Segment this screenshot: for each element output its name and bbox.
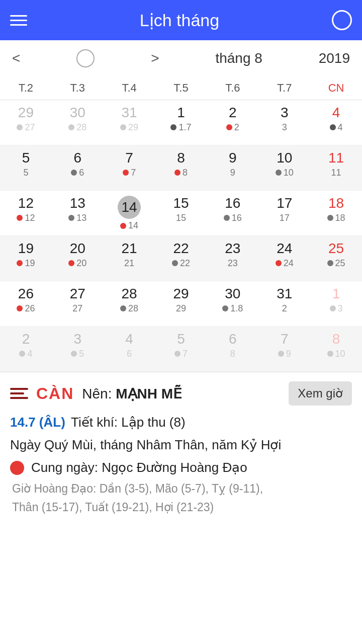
day-number: 3 <box>73 332 81 347</box>
day-cell[interactable]: 11.7 <box>155 100 207 145</box>
day-cell[interactable]: 55 <box>0 145 52 191</box>
day-cell[interactable]: 810 <box>310 327 362 372</box>
day-cell[interactable]: 1616 <box>207 191 258 236</box>
day-cell[interactable]: 2424 <box>258 236 310 281</box>
lunar-number: 8 <box>230 349 235 359</box>
cung-row: Cung ngày: Ngọc Đường Hoàng Đạo <box>10 460 352 475</box>
day-cell[interactable]: 79 <box>258 327 310 372</box>
today-button[interactable] <box>76 49 95 67</box>
lunar-dot <box>327 215 333 221</box>
lunar-dot <box>17 260 23 266</box>
lunar-row: 4 <box>19 349 32 359</box>
day-cell[interactable]: 312 <box>258 281 310 327</box>
lunar-number: 28 <box>76 122 86 133</box>
day-cell[interactable]: 2828 <box>104 281 155 327</box>
day-number: 21 <box>122 241 137 257</box>
profile-icon[interactable] <box>332 10 352 30</box>
lunar-row: 19 <box>17 258 35 269</box>
day-cell[interactable]: 2020 <box>52 236 104 281</box>
lunar-row: 29 <box>120 122 138 133</box>
day-cell[interactable]: 301.8 <box>207 281 258 327</box>
day-cell[interactable]: 1515 <box>155 191 207 236</box>
calendar-grid: 29273028312911.7223344556677889910101111… <box>0 100 362 372</box>
day-cell[interactable]: 2525 <box>310 236 362 281</box>
lunar-row: 10 <box>276 168 294 178</box>
day-cell[interactable]: 66 <box>52 145 104 191</box>
day-cell[interactable]: 68 <box>207 327 258 372</box>
day-header-T.3: T.3 <box>52 76 104 100</box>
lunar-row: 17 <box>280 213 290 223</box>
day-cell[interactable]: 1212 <box>0 191 52 236</box>
day-number: 25 <box>328 241 344 257</box>
lunar-dot <box>71 351 77 357</box>
day-number: 1 <box>332 286 340 302</box>
day-number: 23 <box>225 241 240 257</box>
day-number: 9 <box>229 150 237 166</box>
day-number: 29 <box>173 286 189 302</box>
current-year: 2019 <box>319 50 350 66</box>
day-number: 15 <box>173 196 189 211</box>
day-number: 18 <box>328 196 344 211</box>
day-header-T.4: T.4 <box>104 76 155 100</box>
lunar-date: 14.7 (ÂL) <box>10 415 65 430</box>
day-cell[interactable]: 35 <box>52 327 104 372</box>
day-cell[interactable]: 2626 <box>0 281 52 327</box>
lunar-dot <box>123 170 129 176</box>
lunar-number: 20 <box>76 258 86 269</box>
lunar-row: 12 <box>17 213 35 223</box>
day-cell[interactable]: 2323 <box>207 236 258 281</box>
lunar-row: 6 <box>127 349 132 359</box>
lunar-row: 27 <box>17 122 35 133</box>
lunar-number: 22 <box>180 258 190 269</box>
day-cell[interactable]: 2727 <box>52 281 104 327</box>
lunar-row: 9 <box>230 168 235 178</box>
day-cell[interactable]: 33 <box>258 100 310 145</box>
day-cell[interactable]: 1111 <box>310 145 362 191</box>
day-cell[interactable]: 24 <box>0 327 52 372</box>
day-cell[interactable]: 77 <box>104 145 155 191</box>
lunar-row: 3 <box>282 122 287 133</box>
next-month-button[interactable]: > <box>151 50 159 66</box>
lunar-dot <box>17 124 23 130</box>
lunar-number: 14 <box>128 220 138 231</box>
day-cell[interactable]: 2121 <box>104 236 155 281</box>
lunar-row: 13 <box>68 213 86 223</box>
xem-gio-button[interactable]: Xem giờ <box>289 381 352 406</box>
lunar-dot <box>68 260 74 266</box>
day-cell[interactable]: 1414 <box>104 191 155 236</box>
lunar-number: 25 <box>335 258 345 269</box>
day-cell[interactable]: 1010 <box>258 145 310 191</box>
day-number: 4 <box>125 332 133 347</box>
day-number: 6 <box>73 150 81 166</box>
day-cell[interactable]: 88 <box>155 145 207 191</box>
day-number: 29 <box>18 105 34 121</box>
day-cell[interactable]: 57 <box>155 327 207 372</box>
day-cell[interactable]: 1313 <box>52 191 104 236</box>
lunar-row: 3 <box>330 303 343 314</box>
day-number: 31 <box>277 286 292 302</box>
lunar-row: 11 <box>331 168 341 178</box>
day-cell[interactable]: 1818 <box>310 191 362 236</box>
cung-text: Cung ngày: Ngọc Đường Hoàng Đạo <box>31 460 247 475</box>
day-cell[interactable]: 2222 <box>155 236 207 281</box>
day-cell[interactable]: 3129 <box>104 100 155 145</box>
day-cell[interactable]: 22 <box>207 100 258 145</box>
nav-row: < > tháng 8 2019 <box>0 40 362 76</box>
day-cell[interactable]: 1919 <box>0 236 52 281</box>
lunar-row: 23 <box>228 258 238 269</box>
day-cell[interactable]: 3028 <box>52 100 104 145</box>
day-cell[interactable]: 99 <box>207 145 258 191</box>
day-cell[interactable]: 13 <box>310 281 362 327</box>
lunar-number: 3 <box>282 122 287 133</box>
day-cell[interactable]: 44 <box>310 100 362 145</box>
day-number: 7 <box>125 150 133 166</box>
lunar-number: 7 <box>183 349 188 359</box>
day-cell[interactable]: 1717 <box>258 191 310 236</box>
day-cell[interactable]: 2929 <box>155 281 207 327</box>
menu-button[interactable] <box>10 15 27 26</box>
day-cell[interactable]: 2927 <box>0 100 52 145</box>
day-cell[interactable]: 46 <box>104 327 155 372</box>
lunar-dot <box>71 170 77 176</box>
lunar-row: 28 <box>120 303 138 314</box>
prev-month-button[interactable]: < <box>12 50 20 66</box>
